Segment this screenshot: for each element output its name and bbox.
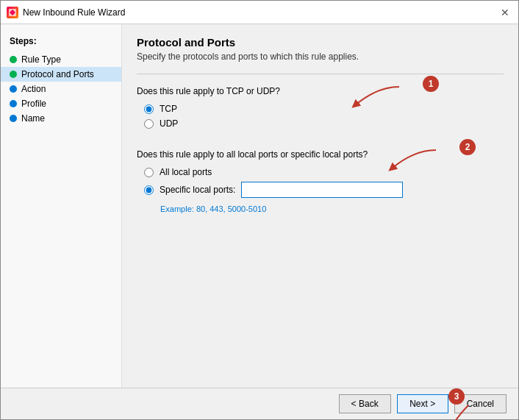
sidebar-title: Steps: — [1, 33, 121, 52]
page-subtitle: Specify the protocols and ports to which… — [137, 51, 504, 62]
udp-option[interactable]: UDP — [144, 118, 504, 129]
close-button[interactable]: ✕ — [498, 5, 512, 20]
page-title: Protocol and Ports — [137, 36, 504, 49]
arrow-1 — [348, 83, 407, 113]
arrow-3 — [443, 402, 479, 420]
window-title: New Inbound Rule Wizard — [23, 7, 125, 18]
sidebar-item-action[interactable]: Action — [1, 82, 121, 96]
wizard-icon — [7, 7, 18, 18]
sections: Does this rule apply to TCP or UDP? TCP … — [137, 86, 504, 376]
specific-local-label: Specific local ports: — [160, 185, 235, 195]
tcp-label: TCP — [160, 104, 177, 114]
all-local-label: All local ports — [160, 167, 212, 177]
sidebar-label-protocol-ports: Protocol and Ports — [21, 69, 94, 79]
udp-label: UDP — [160, 118, 178, 129]
tcp-udp-section: Does this rule apply to TCP or UDP? TCP … — [137, 86, 504, 129]
ports-options: All local ports Specific local ports: Ex… — [137, 167, 504, 213]
back-button[interactable]: < Back — [339, 394, 391, 413]
dot-protocol-ports — [10, 71, 17, 78]
all-local-option[interactable]: All local ports — [144, 167, 504, 177]
tcp-udp-options: TCP UDP — [137, 104, 504, 129]
wizard-window: New Inbound Rule Wizard ✕ Steps: Rule Ty… — [0, 0, 519, 420]
specific-local-radio[interactable] — [144, 185, 154, 195]
tcp-udp-question: Does this rule apply to TCP or UDP? — [137, 86, 504, 96]
sidebar-item-profile[interactable]: Profile — [1, 96, 121, 111]
annotation-balloon-2: 2 — [459, 139, 476, 155]
next-button[interactable]: Next > — [397, 394, 448, 413]
sidebar-label-action: Action — [21, 84, 46, 94]
all-local-radio[interactable] — [144, 168, 154, 177]
sidebar-item-protocol-ports[interactable]: Protocol and Ports — [1, 67, 121, 82]
ports-section: Does this rule apply to all local ports … — [137, 149, 504, 213]
dot-action — [10, 85, 17, 93]
sidebar-label-name: Name — [21, 113, 45, 124]
tcp-radio[interactable] — [144, 104, 154, 114]
title-bar: New Inbound Rule Wizard ✕ — [1, 1, 518, 24]
port-example: Example: 80, 443, 5000-5010 — [144, 204, 504, 213]
sidebar-label-rule-type: Rule Type — [21, 54, 61, 65]
sidebar-item-rule-type[interactable]: Rule Type — [1, 52, 121, 67]
specific-ports-row: Specific local ports: — [144, 182, 504, 198]
arrow-2 — [384, 146, 443, 176]
sidebar: Steps: Rule Type Protocol and Ports Acti… — [1, 24, 122, 388]
specific-local-option[interactable]: Specific local ports: — [144, 185, 235, 195]
title-bar-left: New Inbound Rule Wizard — [7, 7, 125, 18]
dot-rule-type — [10, 56, 17, 63]
wizard-content: Steps: Rule Type Protocol and Ports Acti… — [1, 24, 518, 388]
sidebar-label-profile: Profile — [21, 99, 46, 109]
tcp-option[interactable]: TCP — [144, 104, 504, 114]
divider — [137, 74, 504, 74]
dot-name — [10, 115, 17, 122]
specific-ports-input[interactable] — [241, 182, 403, 198]
ports-question: Does this rule apply to all local ports … — [137, 149, 504, 160]
bottom-bar: 3 < Back Next > Cancel — [1, 388, 518, 419]
sidebar-item-name[interactable]: Name — [1, 111, 121, 126]
udp-radio[interactable] — [144, 119, 154, 129]
annotation-balloon-1: 1 — [423, 76, 439, 92]
dot-profile — [10, 100, 17, 107]
main-content: Protocol and Ports Specify the protocols… — [122, 24, 518, 388]
